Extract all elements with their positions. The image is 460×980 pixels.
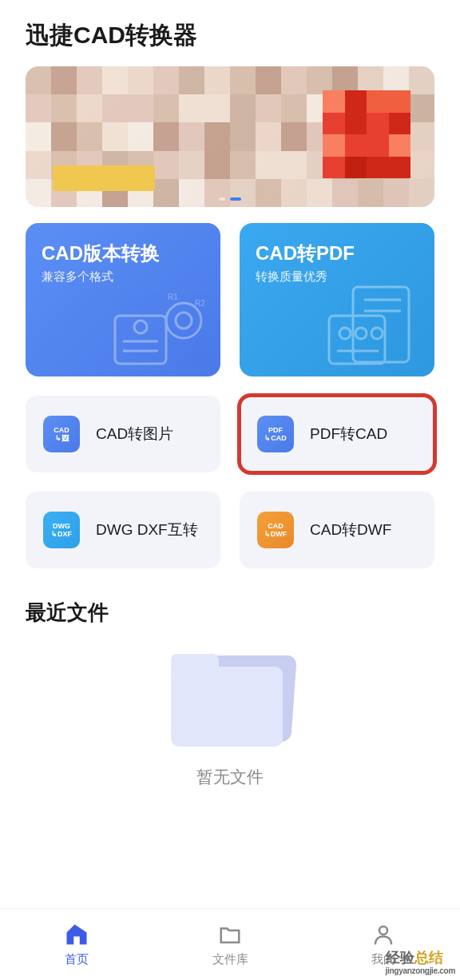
nav-home[interactable]: 首页 [0,909,153,980]
user-icon [371,922,395,949]
feature-title: CAD版本转换 [42,241,204,266]
nav-folder[interactable]: 文件库 [153,909,307,980]
doc-icon [323,281,426,368]
empty-state: 暂无文件 [0,651,460,788]
tool-icon: CAD↳DWF [257,512,294,548]
promo-banner[interactable] [26,66,434,207]
tool-grid: CAD↳🖼CAD转图片PDF↳CADPDF转CADDWG↳DXFDWG DXF互… [26,396,434,568]
svg-point-12 [371,328,383,339]
tool-DWG DXF互转[interactable]: DWG↳DXFDWG DXF互转 [26,492,220,568]
svg-point-16 [379,926,387,934]
home-icon [65,922,89,949]
feature-cad-version[interactable]: CAD版本转换 兼容多个格式 R1 R2 [26,223,220,376]
feature-title: CAD转PDF [256,241,418,266]
svg-text:R2: R2 [195,299,205,308]
tool-label: DWG DXF互转 [96,520,198,540]
tool-label: CAD转DWF [310,520,391,540]
nav-label: 文件库 [212,952,248,967]
svg-point-1 [134,321,147,333]
page-title: 迅捷CAD转换器 [0,0,460,66]
tool-icon: CAD↳🖼 [43,416,80,452]
feature-cad-to-pdf[interactable]: CAD转PDF 转换质量优秀 [240,223,434,376]
tool-CAD转DWF[interactable]: CAD↳DWFCAD转DWF [240,492,434,568]
svg-point-11 [355,328,367,339]
svg-rect-0 [115,316,166,364]
folder-icon [171,651,289,747]
tool-CAD转图片[interactable]: CAD↳🖼CAD转图片 [26,396,220,472]
tool-PDF转CAD[interactable]: PDF↳CADPDF转CAD [240,396,434,472]
feature-row: CAD版本转换 兼容多个格式 R1 R2 CAD转PDF 转换质量优秀 [26,223,434,376]
folder-icon [218,922,242,949]
recent-files-title: 最近文件 [26,599,434,627]
svg-point-10 [339,328,351,339]
banner-pagination [219,197,241,201]
tool-icon: DWG↳DXF [43,512,80,548]
gear-doc-icon: R1 R2 [109,289,212,368]
tool-label: CAD转图片 [96,424,173,444]
feature-subtitle: 兼容多个格式 [42,269,204,285]
tool-label: PDF转CAD [310,424,387,444]
empty-text: 暂无文件 [196,766,264,788]
gift-icon [323,90,410,178]
nav-label: 首页 [65,952,89,967]
svg-text:R1: R1 [168,293,178,301]
svg-point-4 [166,303,201,338]
watermark: 经验总结 jingyanzongjie.com [386,950,455,975]
banner-cta-button[interactable] [53,165,155,191]
tool-icon: PDF↳CAD [257,416,294,452]
svg-point-5 [176,313,192,329]
